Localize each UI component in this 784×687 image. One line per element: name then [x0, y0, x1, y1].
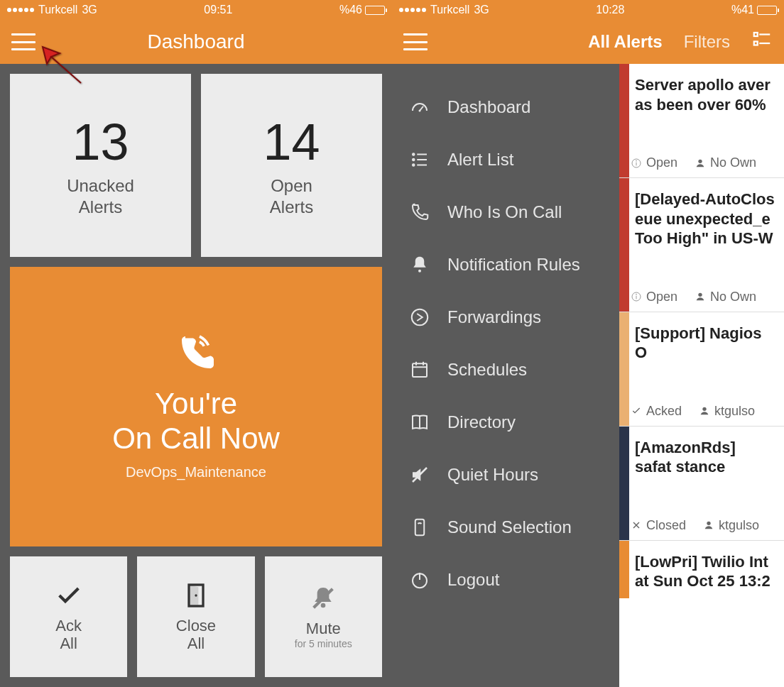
alert-owner: No Own	[695, 155, 756, 170]
user-icon	[695, 291, 706, 302]
svg-point-34	[702, 407, 706, 411]
priority-stripe	[619, 178, 629, 312]
alert-list[interactable]: Server apollo aver as been over 60% Open…	[619, 64, 784, 687]
alert-title: [Delayed-AutoClos eue unexpected_e Too H…	[635, 189, 775, 248]
alert-row[interactable]: [LowPri] Twilio Int at Sun Oct 25 13:2	[619, 541, 784, 598]
priority-stripe	[619, 312, 629, 426]
info-icon	[631, 158, 642, 169]
signal-dots-icon	[399, 8, 426, 12]
priority-stripe	[619, 427, 629, 540]
svg-point-37	[707, 522, 710, 525]
status-bar: Turkcell 3G 09:51 %46	[0, 0, 392, 20]
on-call-schedule: DevOps_Maintenance	[126, 464, 266, 480]
alert-status: Open	[631, 155, 677, 170]
menu-label: Forwardings	[447, 307, 541, 327]
alert-row[interactable]: [Delayed-AutoClos eue unexpected_e Too H…	[619, 178, 784, 312]
phone-screen-alerts: Turkcell 3G 10:28 %41 All Alerts Filters	[392, 0, 784, 687]
menu-label: Sound Selection	[447, 517, 572, 537]
clock-label: 09:51	[97, 4, 339, 16]
bell-off-icon	[309, 584, 337, 612]
speaker-off-icon	[409, 464, 430, 485]
close-all-button[interactable]: Close All	[137, 556, 254, 677]
alert-owner: ktgulso	[699, 404, 755, 419]
carrier-label: Turkcell	[38, 4, 77, 16]
priority-stripe	[619, 64, 629, 177]
open-label-l2: Alerts	[270, 197, 313, 216]
dashboard-body: 13 Unacked Alerts 14 Open Alerts You're	[0, 64, 392, 687]
sound-icon	[409, 517, 430, 538]
svg-point-33	[698, 293, 702, 297]
alert-status: Open	[631, 290, 677, 304]
menu-dashboard[interactable]: Dashboard	[392, 81, 619, 133]
menu-quiet-hours[interactable]: Quiet Hours	[392, 449, 619, 501]
forward-icon	[409, 307, 430, 328]
tab-all-alerts[interactable]: All Alerts	[588, 32, 662, 52]
svg-point-10	[413, 153, 415, 155]
menu-schedules[interactable]: Schedules	[392, 344, 619, 396]
info-icon	[631, 291, 642, 302]
open-alerts-tile[interactable]: 14 Open Alerts	[201, 74, 382, 257]
priority-stripe	[619, 541, 629, 598]
battery-pct-label: %46	[339, 4, 362, 16]
mute-sub: for 5 minutes	[295, 638, 352, 649]
svg-rect-18	[413, 363, 427, 377]
nav-bar: Dashboard	[0, 20, 392, 64]
menu-logout[interactable]: Logout	[392, 554, 619, 606]
svg-point-32	[636, 294, 636, 295]
menu-label: Who Is On Call	[447, 202, 562, 222]
side-menu: Dashboard Alert List Who Is On Call Noti…	[392, 64, 619, 687]
calendar-icon	[409, 359, 430, 380]
alert-row[interactable]: Server apollo aver as been over 60% Open…	[619, 64, 784, 178]
book-icon	[409, 412, 430, 433]
svg-point-2	[321, 603, 326, 608]
page-title: Dashboard	[0, 31, 392, 53]
on-call-tile[interactable]: You're On Call Now DevOps_Maintenance	[10, 267, 382, 546]
ack-all-button[interactable]: Ack All	[10, 556, 127, 677]
menu-who-on-call[interactable]: Who Is On Call	[392, 186, 619, 238]
svg-point-28	[636, 160, 636, 161]
clock-label: 10:28	[489, 4, 731, 16]
tab-filters[interactable]: Filters	[684, 32, 730, 52]
menu-directory[interactable]: Directory	[392, 396, 619, 449]
on-call-line2: On Call Now	[112, 422, 280, 456]
phone-icon	[409, 202, 430, 223]
door-icon	[182, 581, 210, 610]
alert-row[interactable]: [Support] Nagios O Acked ktgulso	[619, 312, 784, 427]
svg-rect-4	[754, 33, 758, 36]
mute-button[interactable]: Mute for 5 minutes	[265, 556, 382, 677]
menu-notification-rules[interactable]: Notification Rules	[392, 238, 619, 291]
alert-status: Closed	[631, 518, 686, 533]
svg-point-29	[698, 159, 702, 163]
status-bar: Turkcell 3G 10:28 %41	[392, 0, 784, 20]
menu-label: Directory	[447, 412, 516, 432]
check-icon	[55, 581, 83, 610]
alert-owner: ktgulso	[703, 518, 759, 533]
unacked-label-l2: Alerts	[79, 197, 122, 216]
menu-alert-list[interactable]: Alert List	[392, 133, 619, 186]
menu-sound-selection[interactable]: Sound Selection	[392, 501, 619, 554]
svg-point-9	[419, 110, 421, 112]
menu-forwardings[interactable]: Forwardings	[392, 291, 619, 344]
menu-label: Alert List	[447, 150, 513, 170]
alert-row[interactable]: [AmazonRds] safat stance Closed ktgulso	[619, 427, 784, 541]
check-icon	[631, 405, 642, 417]
ack-l2: All	[60, 634, 77, 652]
network-label: 3G	[82, 4, 97, 16]
power-icon	[409, 569, 430, 590]
close-l1: Close	[176, 617, 216, 634]
menu-icon[interactable]	[11, 33, 36, 50]
unacked-alerts-tile[interactable]: 13 Unacked Alerts	[10, 74, 191, 257]
alert-title: [LowPri] Twilio Int at Sun Oct 25 13:2	[635, 552, 775, 591]
settings-icon[interactable]	[751, 29, 773, 55]
menu-label: Schedules	[447, 360, 527, 380]
battery-pct-label: %41	[731, 4, 754, 16]
alert-title: [AmazonRds] safat stance	[635, 438, 775, 477]
svg-rect-23	[415, 520, 425, 536]
menu-label: Quiet Hours	[447, 465, 538, 485]
menu-icon[interactable]	[403, 33, 428, 50]
alert-status: Acked	[631, 404, 682, 419]
x-icon	[631, 520, 642, 531]
user-icon	[703, 520, 714, 531]
svg-point-16	[418, 270, 421, 273]
nav-bar: All Alerts Filters	[392, 20, 784, 64]
